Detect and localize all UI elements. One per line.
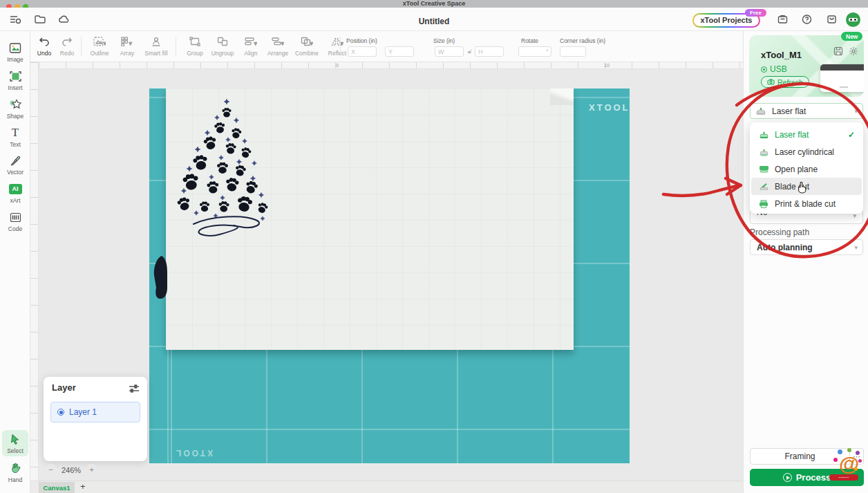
gear-icon[interactable]	[849, 46, 858, 56]
position-x-input[interactable]	[348, 46, 377, 57]
blade-cut-icon	[758, 183, 769, 191]
macos-titlebar: xTool Creative Space	[0, 0, 868, 8]
group-button[interactable]: Group	[181, 35, 209, 57]
svg-text:▾: ▾	[104, 41, 106, 46]
free-badge: Free	[745, 9, 766, 17]
sidebar-item-shape[interactable]: Shape	[0, 97, 30, 120]
laser-flat-icon	[758, 131, 769, 139]
arrange-button[interactable]: ▾ Arrange	[264, 35, 292, 57]
paw-tree-design[interactable]	[176, 97, 278, 243]
bed-clamp-object	[152, 254, 170, 301]
size-h-input[interactable]	[475, 46, 504, 57]
sidebar-item-vector[interactable]: Vector	[0, 154, 30, 176]
size-label: Size (in)	[433, 37, 455, 44]
layer-row[interactable]: Layer 1	[50, 402, 140, 422]
sidebar-item-insert[interactable]: Insert	[0, 69, 30, 91]
mode-option-print-blade-cut[interactable]: Print & blade cut	[751, 195, 862, 212]
add-canvas-button[interactable]: +	[80, 481, 86, 492]
sidebar-item-xart[interactable]: AI xArt	[0, 182, 30, 204]
svg-text:▾: ▾	[341, 41, 343, 46]
zoom-out-button[interactable]: −	[45, 464, 57, 476]
device-card: xTool_M1 USB Refresh	[749, 35, 864, 97]
corner-radius-input[interactable]	[560, 46, 586, 57]
zoom-in-button[interactable]: +	[86, 464, 97, 476]
usb-icon	[761, 66, 767, 73]
canvas-tabbar: Canvas1 +	[30, 481, 743, 493]
array-icon: ▾	[113, 35, 141, 48]
hand-icon	[0, 461, 30, 475]
barcode-icon	[0, 210, 30, 224]
app-title: xTool Creative Space	[0, 0, 868, 8]
zoom-level: 246%	[62, 466, 81, 474]
smart-fill-button[interactable]: Smart fill	[142, 35, 170, 57]
canvas-tab[interactable]: Canvas1	[39, 482, 75, 493]
outline-button[interactable]: ▾ Outline	[86, 35, 113, 57]
sidebar-item-text[interactable]: T Text	[0, 126, 30, 148]
ai-art-icon: AI	[0, 182, 30, 196]
refresh-button[interactable]: Refresh	[761, 76, 809, 88]
processing-path-select[interactable]: Auto planning ▾	[750, 239, 863, 255]
vector-pen-icon	[0, 154, 30, 167]
tool-sidebar: Image Insert Shape T Text Vector AI xArt…	[0, 31, 30, 493]
chevron-down-icon: ▾	[854, 108, 858, 115]
ungroup-icon	[209, 35, 236, 48]
position-label: Position (in)	[346, 37, 377, 44]
layer-panel-title: Layer	[52, 382, 76, 393]
connection-status: USB	[761, 64, 787, 74]
camera-bed-view[interactable]: XTOOL XTOOL	[149, 89, 630, 463]
align-button[interactable]: ▾ Align	[237, 35, 265, 57]
zoom-control: − 246% +	[45, 463, 97, 476]
layer-settings-icon[interactable]	[129, 384, 140, 393]
bed-brand-top: XTOOL	[589, 102, 630, 113]
align-icon: ▾	[237, 35, 265, 48]
mode-option-laser-flat[interactable]: Laser flat ✓	[751, 126, 862, 143]
at-symbol: @	[839, 452, 859, 476]
flourish-swirl	[194, 216, 259, 236]
arrange-icon: ▾	[264, 35, 292, 48]
bed-brand-bottom: XTOOL	[174, 448, 213, 458]
group-icon	[181, 35, 209, 48]
position-y-input[interactable]	[385, 46, 414, 57]
combine-button[interactable]: ▾ Combine	[293, 35, 321, 57]
outline-icon: ▾	[86, 35, 113, 48]
sidebar-item-image[interactable]: Image	[0, 41, 30, 63]
check-icon: ✓	[848, 130, 855, 140]
ungroup-button[interactable]: Ungroup	[209, 35, 236, 57]
material-corner-fold	[550, 89, 574, 105]
sidebar-item-code[interactable]: Code	[0, 210, 30, 232]
device-image	[820, 64, 864, 92]
redo-button[interactable]: Redo	[53, 35, 81, 57]
processing-mode-dropdown: Laser flat ✓ Laser cylindrical Open plan…	[750, 122, 863, 214]
laser-flat-icon	[755, 106, 766, 115]
rotate-label: Rotate	[521, 37, 538, 44]
mode-option-open-plane[interactable]: Open plane	[751, 160, 862, 178]
size-w-input[interactable]	[435, 46, 464, 57]
processing-path-label: Processing path	[750, 227, 809, 237]
app-header: Untitled xTool Projects Free	[0, 8, 868, 31]
select-tool[interactable]: Select	[0, 432, 30, 454]
projects-library-icon[interactable]	[777, 14, 789, 25]
store-bag-icon[interactable]	[826, 14, 838, 25]
redo-icon	[53, 35, 81, 48]
camera-icon	[767, 79, 775, 85]
smart-fill-icon	[142, 35, 170, 48]
open-plane-icon	[758, 165, 769, 173]
hand-tool[interactable]: Hand	[0, 461, 30, 483]
hand-cursor-icon	[797, 182, 807, 194]
image-icon	[0, 41, 30, 55]
save-material-icon[interactable]	[833, 46, 843, 56]
laser-cylindrical-icon	[758, 148, 769, 156]
processing-mode-select[interactable]: Laser flat ▾	[750, 103, 863, 119]
corner-radius-label: Corner radius (in)	[560, 37, 605, 44]
ruler-mark-ten: 10	[604, 63, 610, 68]
svg-text:▾: ▾	[281, 41, 284, 46]
array-button[interactable]: ▾ Array	[113, 35, 141, 57]
user-avatar[interactable]	[846, 12, 860, 27]
aspect-lock-icon[interactable]: 🔓︎	[468, 48, 472, 55]
mode-option-laser-cylindrical[interactable]: Laser cylindrical	[751, 143, 862, 160]
combine-icon: ▾	[293, 35, 321, 48]
layer-radio-icon[interactable]	[57, 409, 64, 416]
help-icon[interactable]	[801, 14, 813, 25]
print-blade-cut-icon	[758, 200, 769, 208]
shape-star-icon	[0, 97, 30, 111]
